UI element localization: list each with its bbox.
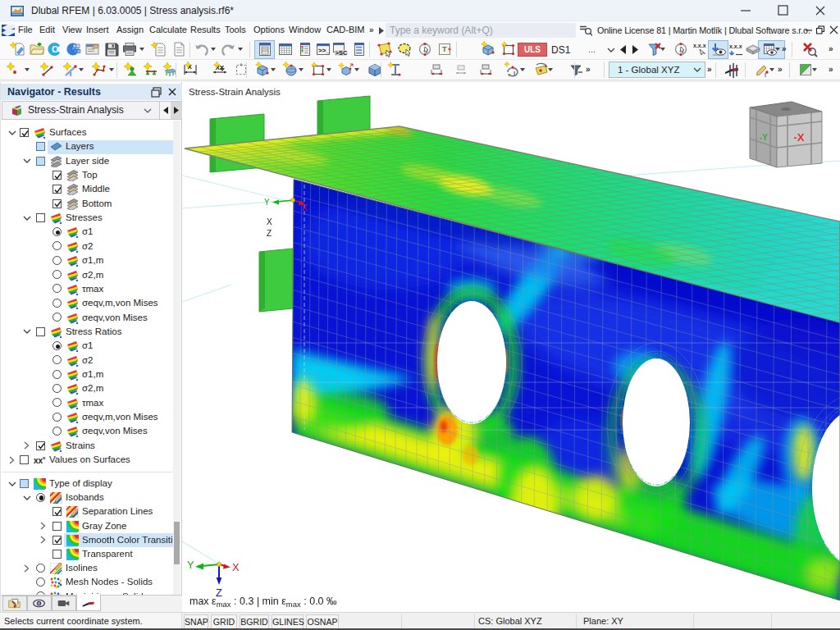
svg-text:X: X bbox=[267, 217, 272, 226]
svg-text:x: x bbox=[43, 455, 46, 460]
svg-text:Y: Y bbox=[187, 559, 194, 571]
svg-text:-Y: -Y bbox=[760, 133, 768, 142]
svg-text:xx: xx bbox=[34, 456, 43, 465]
svg-text:Y: Y bbox=[264, 198, 270, 207]
svg-text:X: X bbox=[232, 561, 240, 573]
svg-text:X: X bbox=[302, 203, 308, 212]
svg-text:Z: Z bbox=[267, 229, 272, 238]
svg-text:-X: -X bbox=[794, 131, 805, 144]
